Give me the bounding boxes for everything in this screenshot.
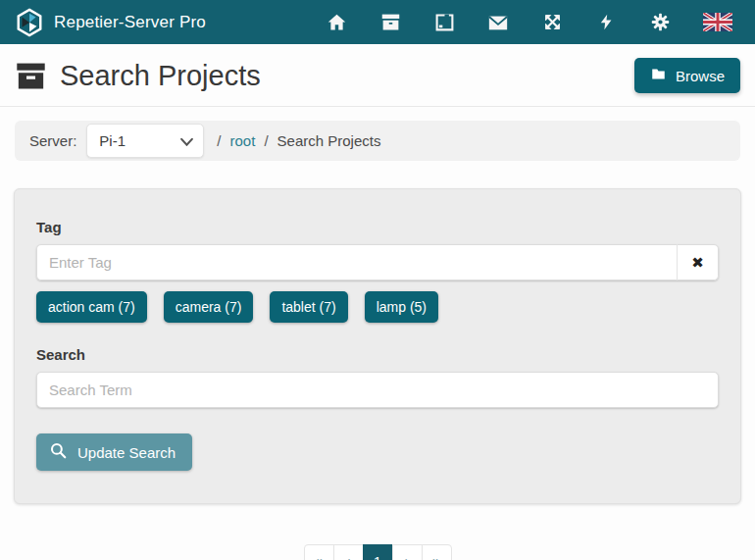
tag-button-lamp[interactable]: lamp (5) — [365, 291, 438, 323]
page-title: Search Projects — [60, 60, 261, 92]
breadcrumb: / root / Search Projects — [217, 132, 380, 149]
breadcrumb-separator: / — [264, 132, 268, 149]
breadcrumb-bar: Server: Pi-1 / root / Search Projects — [15, 121, 740, 161]
breadcrumb-root-link[interactable]: root — [230, 132, 256, 149]
brand[interactable]: Repetier-Server Pro — [15, 8, 206, 37]
page-header: Search Projects Browse — [0, 44, 755, 107]
server-select[interactable]: Pi-1 — [86, 124, 204, 158]
projects-archive-icon[interactable] — [379, 12, 401, 33]
tag-input[interactable] — [36, 244, 677, 280]
brand-title: Repetier-Server Pro — [54, 13, 206, 32]
breadcrumb-separator: / — [217, 132, 221, 149]
breadcrumb-current: Search Projects — [277, 132, 381, 149]
browse-button-label: Browse — [676, 68, 725, 84]
browse-button[interactable]: Browse — [634, 58, 740, 93]
clear-tag-button[interactable]: ✖ — [677, 244, 719, 280]
folder-icon — [650, 67, 667, 84]
pagination-prev-button[interactable]: ‹ — [333, 544, 364, 560]
pagination-last-button[interactable]: » — [422, 544, 452, 560]
settings-gear-icon[interactable] — [649, 12, 671, 33]
update-search-button[interactable]: Update Search — [36, 433, 192, 471]
tag-label: Tag — [36, 219, 719, 235]
tag-input-group: ✖ — [36, 244, 719, 280]
repetier-logo-icon — [15, 8, 44, 37]
tag-button-camera[interactable]: camera (7) — [164, 291, 254, 323]
language-flag-icon[interactable] — [703, 13, 732, 31]
server-label: Server: — [29, 132, 76, 149]
server-select-value: Pi-1 — [99, 132, 126, 149]
top-navbar: Repetier-Server Pro — [0, 0, 755, 44]
power-bolt-icon[interactable] — [595, 12, 617, 33]
pagination-page-1[interactable]: 1 — [363, 544, 393, 560]
search-card: Tag ✖ action cam (7) camera (7) tablet (… — [14, 188, 741, 504]
search-projects-archive-icon — [15, 61, 47, 91]
home-icon[interactable] — [326, 12, 347, 33]
search-magnifier-icon — [49, 441, 68, 463]
pagination-first-button[interactable]: « — [304, 544, 334, 560]
chevron-down-icon — [180, 132, 193, 149]
pagination: « ‹ 1 › » — [0, 544, 755, 560]
messages-envelope-icon[interactable] — [487, 12, 509, 33]
tag-button-tablet[interactable]: tablet (7) — [270, 291, 347, 323]
tag-button-row: action cam (7) camera (7) tablet (7) lam… — [36, 291, 719, 323]
search-label: Search — [36, 346, 719, 363]
clear-x-icon: ✖ — [691, 254, 704, 272]
tag-button-action-cam[interactable]: action cam (7) — [36, 291, 147, 323]
navbar-icons — [326, 12, 740, 33]
update-search-label: Update Search — [77, 444, 176, 461]
printer-icon[interactable] — [433, 12, 455, 33]
search-term-input[interactable] — [36, 372, 719, 408]
fullscreen-expand-icon[interactable] — [541, 12, 563, 33]
pagination-next-button[interactable]: › — [392, 544, 423, 560]
